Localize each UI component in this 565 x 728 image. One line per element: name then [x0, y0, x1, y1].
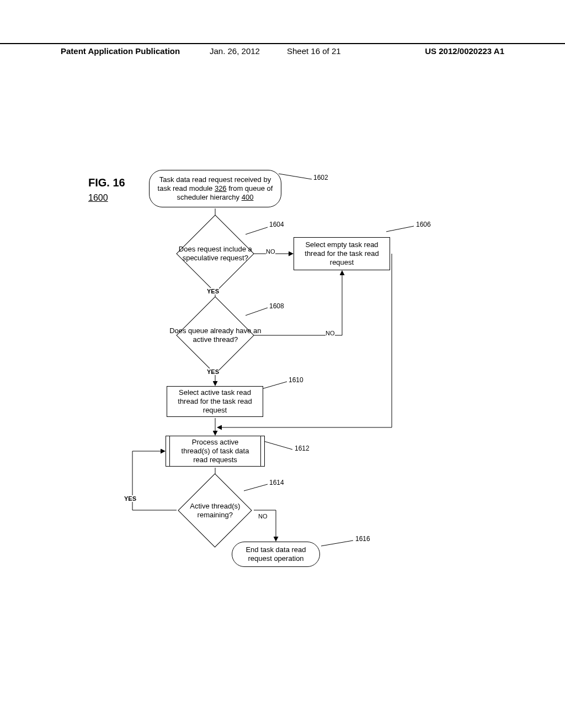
ref-1608: 1608: [269, 302, 284, 310]
header-date: Jan. 26, 2012: [210, 46, 260, 56]
n1602-line2-post: from queue of: [227, 184, 273, 192]
edge-1604-yes: YES: [207, 288, 219, 295]
node-process-active-threads: Process active thread(s) of task data re…: [166, 436, 265, 467]
ref-1614: 1614: [269, 479, 284, 486]
n1602-line3-pre: scheduler hierarchy: [177, 193, 242, 201]
n1602-line2-pre: task read module: [158, 184, 215, 192]
figure-number: 1600: [88, 193, 108, 203]
header-publication: Patent Application Publication: [61, 46, 180, 56]
header-sheet: Sheet 16 of 21: [287, 46, 341, 56]
ref-1606: 1606: [416, 221, 431, 228]
n1608-text: Does queue already have an active thread…: [168, 326, 262, 344]
ref-1616: 1616: [355, 535, 370, 543]
edge-1614-no: NO: [258, 513, 268, 520]
n1602-line3-u: 400: [242, 193, 254, 201]
n1616-text: End task data read request operation: [238, 545, 314, 564]
edge-1608-no: NO: [326, 330, 335, 336]
ref-1604: 1604: [269, 221, 284, 228]
node-end: End task data read request operation: [232, 542, 320, 567]
n1612-text: Process active thread(s) of task data re…: [172, 438, 259, 465]
n1604-text: Does request include a speculative reque…: [168, 245, 262, 262]
edge-1604-no: NO: [266, 248, 275, 255]
flowchart: Task data read request received by task …: [121, 165, 452, 618]
ref-1612: 1612: [295, 445, 310, 452]
node-start-request-received: Task data read request received by task …: [149, 170, 281, 207]
header-pubno: US 2012/0020223 A1: [425, 46, 504, 56]
n1602-line2-u: 326: [215, 184, 227, 192]
edge-1614-yes: YES: [124, 495, 136, 502]
n1610-text: Select active task read thread for the t…: [173, 388, 257, 415]
n1606-text: Select empty task read thread for the ta…: [300, 240, 384, 267]
n1614-text: Active thread(s) remaining?: [177, 502, 254, 519]
figure-title: FIG. 16: [88, 176, 125, 189]
ref-1602: 1602: [313, 174, 328, 181]
node-select-empty-thread: Select empty task read thread for the ta…: [294, 237, 390, 270]
node-select-active-thread: Select active task read thread for the t…: [167, 386, 263, 417]
page-header: Patent Application Publication Jan. 26, …: [0, 43, 565, 46]
ref-1610: 1610: [289, 376, 303, 384]
edge-1608-yes: YES: [207, 368, 219, 375]
n1602-line1: Task data read request received by: [159, 175, 271, 184]
